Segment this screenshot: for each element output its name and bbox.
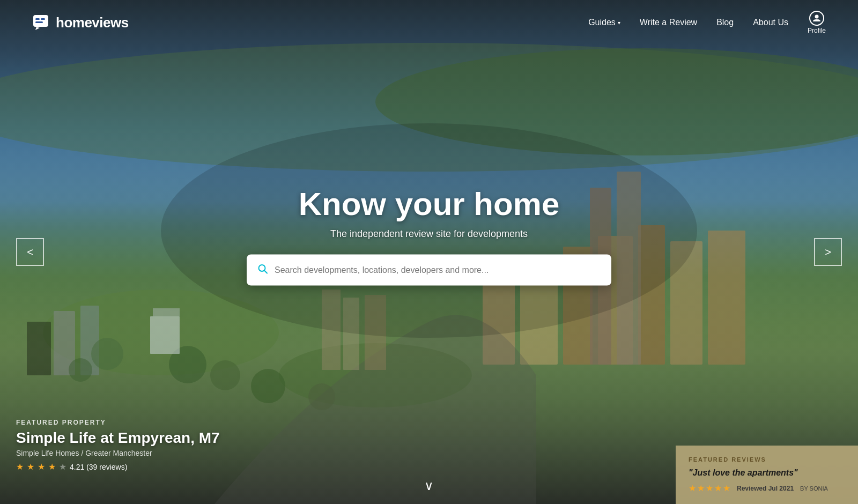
search-input[interactable]: [275, 265, 601, 275]
navbar: homeviews Guides ▾ Write a Review Blog A…: [0, 0, 858, 45]
featured-property-stars: ★ ★ ★ ★ ★ 4.21 (39 reviews): [16, 462, 220, 472]
search-bar: [247, 255, 611, 286]
nav-about[interactable]: About Us: [753, 18, 788, 27]
logo-icon: [32, 13, 51, 32]
user-icon: [812, 14, 821, 23]
logo-text: homeviews: [56, 14, 129, 31]
hero-content: Know your home The independent review si…: [247, 187, 611, 286]
featured-reviews: FEATURED REVIEWS "Just love the apartmen…: [676, 446, 858, 504]
review-quote: "Just love the apartments": [689, 468, 845, 478]
nav-guides[interactable]: Guides ▾: [588, 18, 620, 27]
star-5: ★: [59, 462, 66, 472]
profile-label: Profile: [808, 27, 826, 34]
review-star-5: ★: [723, 483, 730, 493]
featured-property-name: Simple Life at Empyrean, M7: [16, 429, 220, 447]
review-by: BY SONIA: [800, 485, 828, 492]
carousel-prev-button[interactable]: <: [16, 238, 44, 266]
nav-blog[interactable]: Blog: [716, 18, 734, 27]
review-star-2: ★: [697, 483, 705, 493]
review-star-3: ★: [706, 483, 713, 493]
svg-rect-32: [41, 18, 45, 20]
hero-title: Know your home: [247, 187, 611, 222]
review-star-1: ★: [689, 483, 696, 493]
nav-links: Guides ▾ Write a Review Blog About Us Pr…: [588, 11, 826, 34]
scroll-down-indicator[interactable]: ∨: [424, 478, 434, 493]
featured-property-rating: 4.21 (39 reviews): [70, 463, 127, 471]
nav-profile[interactable]: Profile: [808, 11, 826, 34]
featured-property-badge: FEATURED PROPERTY: [16, 419, 220, 426]
guides-chevron: ▾: [618, 20, 620, 26]
svg-rect-33: [35, 21, 43, 23]
profile-icon: [809, 11, 824, 26]
featured-reviews-label: FEATURED REVIEWS: [689, 456, 845, 463]
svg-line-36: [264, 270, 267, 273]
svg-rect-31: [35, 18, 40, 20]
hero-subtitle: The independent review site for developm…: [247, 228, 611, 240]
featured-property: FEATURED PROPERTY Simple Life at Empyrea…: [16, 419, 220, 472]
review-meta: ★ ★ ★ ★ ★ Reviewed Jul 2021 BY SONIA: [689, 483, 845, 493]
featured-property-sub: Simple Life Homes / Greater Manchester: [16, 449, 220, 457]
svg-point-34: [815, 15, 818, 19]
star-2: ★: [27, 462, 34, 472]
search-icon: [257, 263, 268, 277]
review-date: Reviewed Jul 2021: [737, 485, 794, 492]
nav-write-review[interactable]: Write a Review: [640, 18, 697, 27]
review-star-4: ★: [714, 483, 722, 493]
star-1: ★: [16, 462, 24, 472]
star-4: ★: [48, 462, 56, 472]
star-3: ★: [38, 462, 45, 472]
carousel-next-button[interactable]: >: [814, 238, 842, 266]
logo[interactable]: homeviews: [32, 13, 129, 32]
svg-rect-30: [33, 15, 48, 27]
review-stars: ★ ★ ★ ★ ★: [689, 483, 730, 493]
